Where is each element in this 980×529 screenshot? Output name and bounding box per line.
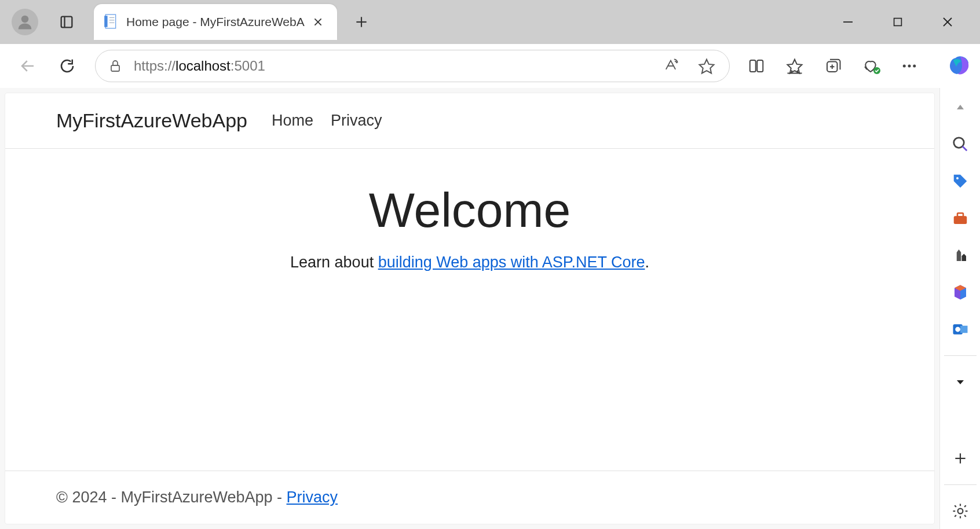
maximize-button[interactable] (886, 10, 909, 34)
copilot-button[interactable] (949, 54, 972, 78)
svg-rect-13 (894, 19, 902, 26)
footer-privacy-link[interactable]: Privacy (287, 488, 338, 506)
svg-rect-17 (111, 65, 119, 71)
svg-rect-41 (960, 326, 968, 333)
svg-point-31 (908, 65, 911, 68)
window-controls (836, 10, 974, 34)
url-text: https://localhost:5001 (134, 58, 265, 74)
svg-point-30 (903, 65, 906, 68)
m365-icon[interactable] (949, 281, 971, 303)
active-tab[interactable]: Home page - MyFirstAzureWebA (94, 4, 337, 40)
hero-section: Welcome Learn about building Web apps wi… (5, 149, 934, 271)
tab-actions-button[interactable] (56, 11, 78, 33)
split-screen-icon[interactable] (746, 56, 767, 76)
url-scheme: https:// (134, 58, 175, 74)
refresh-button[interactable] (54, 53, 80, 79)
profile-button[interactable] (12, 9, 38, 35)
settings-gear-icon[interactable] (949, 500, 971, 522)
sidebar-expand-icon[interactable] (949, 371, 971, 393)
svg-point-40 (955, 327, 960, 332)
page-favicon (104, 14, 118, 30)
tools-icon[interactable] (949, 207, 971, 229)
brand-text[interactable]: MyFirstAzureWebApp (56, 109, 247, 132)
search-icon[interactable] (949, 133, 971, 155)
page-viewport: MyFirstAzureWebApp Home Privacy Welcome … (0, 88, 939, 529)
page-content: MyFirstAzureWebApp Home Privacy Welcome … (5, 93, 935, 524)
svg-line-35 (962, 146, 967, 151)
browser-essentials-icon[interactable] (861, 56, 882, 76)
lock-icon (108, 59, 123, 73)
svg-rect-1 (61, 17, 72, 28)
favorite-star-icon[interactable] (697, 56, 716, 76)
close-window-button[interactable] (936, 10, 959, 34)
svg-point-29 (873, 67, 880, 74)
svg-marker-33 (957, 105, 964, 109)
edge-sidebar (939, 88, 980, 529)
browser-toolbar: https://localhost:5001 (0, 44, 980, 88)
nav-link-home[interactable]: Home (272, 112, 313, 130)
lead-suffix: . (645, 254, 649, 271)
svg-point-34 (953, 138, 964, 148)
url-port: :5001 (231, 58, 265, 74)
url-host: localhost (175, 58, 231, 74)
hero-heading: Welcome (5, 182, 934, 238)
sidebar-scroll-up-icon[interactable] (949, 96, 971, 118)
tab-close-button[interactable] (309, 13, 327, 31)
svg-marker-42 (957, 380, 964, 384)
outlook-icon[interactable] (949, 318, 971, 340)
collections-icon[interactable] (822, 56, 843, 76)
games-icon[interactable] (949, 244, 971, 266)
sidebar-add-icon[interactable] (949, 447, 971, 469)
shopping-tag-icon[interactable] (949, 170, 971, 192)
svg-rect-20 (750, 60, 756, 72)
site-navbar: MyFirstAzureWebApp Home Privacy (5, 93, 934, 149)
tab-title: Home page - MyFirstAzureWebA (126, 15, 305, 29)
favorites-icon[interactable] (784, 56, 805, 76)
svg-rect-21 (757, 60, 763, 72)
browser-titlebar: Home page - MyFirstAzureWebA (0, 0, 980, 44)
svg-point-0 (21, 16, 29, 23)
svg-point-32 (913, 65, 916, 68)
back-button[interactable] (15, 53, 41, 79)
footer-text: © 2024 - MyFirstAzureWebApp - (56, 488, 287, 506)
nav-link-privacy[interactable]: Privacy (331, 112, 382, 130)
address-bar[interactable]: https://localhost:5001 (95, 50, 730, 82)
read-aloud-icon[interactable] (661, 56, 681, 76)
svg-marker-19 (700, 60, 714, 74)
hero-lead: Learn about building Web apps with ASP.N… (5, 254, 934, 271)
minimize-button[interactable] (836, 10, 860, 34)
new-tab-button[interactable] (350, 10, 373, 34)
svg-rect-38 (957, 213, 963, 216)
svg-point-36 (956, 177, 959, 179)
lead-prefix: Learn about (290, 254, 378, 271)
more-menu-icon[interactable] (899, 56, 920, 76)
svg-point-45 (957, 509, 963, 514)
site-footer: © 2024 - MyFirstAzureWebApp - Privacy (5, 471, 934, 524)
svg-marker-22 (788, 60, 802, 74)
svg-rect-4 (104, 16, 107, 27)
lead-link[interactable]: building Web apps with ASP.NET Core (378, 254, 645, 271)
